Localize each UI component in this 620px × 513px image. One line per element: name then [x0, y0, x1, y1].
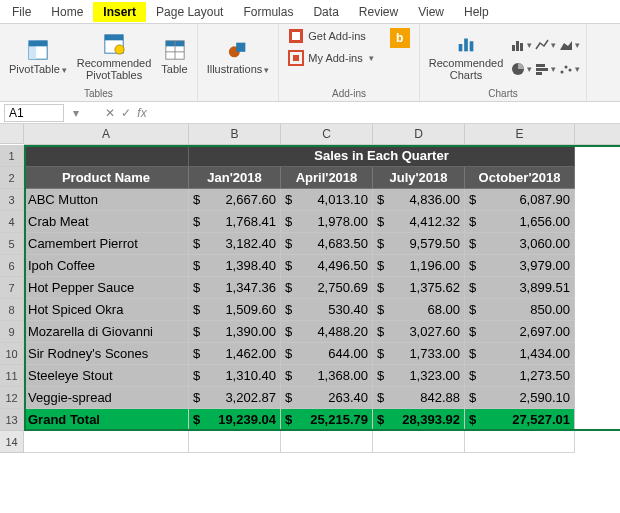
value-cell[interactable]: $68.00	[373, 299, 465, 321]
menu-formulas[interactable]: Formulas	[233, 2, 303, 22]
grand-total-july[interactable]: $28,393.92	[373, 409, 465, 431]
cancel-formula-icon[interactable]: ✕	[102, 106, 118, 120]
value-cell[interactable]: $4,836.00	[373, 189, 465, 211]
row-header-12[interactable]: 12	[0, 387, 23, 409]
recommended-charts-button[interactable]: RecommendedCharts	[426, 31, 507, 83]
area-chart-button[interactable]	[558, 34, 580, 56]
value-cell[interactable]: $3,060.00	[465, 233, 575, 255]
menu-insert[interactable]: Insert	[93, 2, 146, 22]
value-cell[interactable]: $2,590.10	[465, 387, 575, 409]
col-header-b[interactable]: B	[189, 124, 281, 144]
bing-maps-button[interactable]: b	[387, 26, 413, 50]
row-header-9[interactable]: 9	[0, 321, 23, 343]
cell-A14[interactable]	[24, 431, 189, 453]
my-addins-button[interactable]: My Add-ins	[285, 48, 376, 68]
grand-total-label[interactable]: Grand Total	[24, 409, 189, 431]
value-cell[interactable]: $2,750.69	[281, 277, 373, 299]
product-name-cell[interactable]: Steeleye Stout	[24, 365, 189, 387]
row-header-1[interactable]: 1	[0, 145, 23, 167]
value-cell[interactable]: $6,087.90	[465, 189, 575, 211]
value-cell[interactable]: $4,013.10	[281, 189, 373, 211]
value-cell[interactable]: $4,496.50	[281, 255, 373, 277]
column-chart-button[interactable]	[510, 34, 532, 56]
cell-D14[interactable]	[373, 431, 465, 453]
cell-C14[interactable]	[281, 431, 373, 453]
cells-area[interactable]: Sales in Each Quarter Product Name Jan'2…	[24, 145, 620, 453]
cell-B14[interactable]	[189, 431, 281, 453]
col-header-a[interactable]: A	[24, 124, 189, 144]
value-cell[interactable]: $1,310.40	[189, 365, 281, 387]
value-cell[interactable]: $3,202.87	[189, 387, 281, 409]
recommended-pivottables-button[interactable]: RecommendedPivotTables	[74, 31, 155, 83]
value-cell[interactable]: $530.40	[281, 299, 373, 321]
formula-input[interactable]	[150, 105, 620, 121]
value-cell[interactable]: $1,656.00	[465, 211, 575, 233]
value-cell[interactable]: $4,412.32	[373, 211, 465, 233]
col-header-d[interactable]: D	[373, 124, 465, 144]
scatter-chart-button[interactable]	[558, 58, 580, 80]
illustrations-button[interactable]: Illustrations	[204, 37, 273, 78]
product-name-cell[interactable]: Mozarella di Giovanni	[24, 321, 189, 343]
product-name-cell[interactable]: Sir Rodney's Scones	[24, 343, 189, 365]
value-cell[interactable]: $1,196.00	[373, 255, 465, 277]
value-cell[interactable]: $1,347.36	[189, 277, 281, 299]
value-cell[interactable]: $644.00	[281, 343, 373, 365]
row-header-2[interactable]: 2	[0, 167, 23, 189]
row-header-7[interactable]: 7	[0, 277, 23, 299]
col-header-c[interactable]: C	[281, 124, 373, 144]
fx-icon[interactable]: fx	[134, 106, 150, 120]
row-header-13[interactable]: 13	[0, 409, 23, 431]
value-cell[interactable]: $3,979.00	[465, 255, 575, 277]
pivottable-button[interactable]: PivotTable	[6, 37, 70, 78]
value-cell[interactable]: $3,027.60	[373, 321, 465, 343]
value-cell[interactable]: $1,323.00	[373, 365, 465, 387]
product-name-cell[interactable]: Veggie-spread	[24, 387, 189, 409]
row-header-3[interactable]: 3	[0, 189, 23, 211]
product-name-cell[interactable]: Ipoh Coffee	[24, 255, 189, 277]
header-product-name[interactable]: Product Name	[24, 167, 189, 189]
product-name-cell[interactable]: Hot Spiced Okra	[24, 299, 189, 321]
col-header-e[interactable]: E	[465, 124, 575, 144]
header-july[interactable]: July'2018	[373, 167, 465, 189]
line-chart-button[interactable]	[534, 34, 556, 56]
value-cell[interactable]: $1,434.00	[465, 343, 575, 365]
header-october[interactable]: October'2018	[465, 167, 575, 189]
grand-total-october[interactable]: $27,527.01	[465, 409, 575, 431]
value-cell[interactable]: $1,375.62	[373, 277, 465, 299]
value-cell[interactable]: $1,509.60	[189, 299, 281, 321]
menu-help[interactable]: Help	[454, 2, 499, 22]
value-cell[interactable]: $3,182.40	[189, 233, 281, 255]
pie-chart-button[interactable]	[510, 58, 532, 80]
cell-E14[interactable]	[465, 431, 575, 453]
grand-total-jan[interactable]: $19,239.04	[189, 409, 281, 431]
menu-data[interactable]: Data	[303, 2, 348, 22]
header-jan[interactable]: Jan'2018	[189, 167, 281, 189]
get-addins-button[interactable]: Get Add-ins	[285, 26, 376, 46]
value-cell[interactable]: $1,733.00	[373, 343, 465, 365]
menu-home[interactable]: Home	[41, 2, 93, 22]
value-cell[interactable]: $842.88	[373, 387, 465, 409]
value-cell[interactable]: $3,899.51	[465, 277, 575, 299]
product-name-cell[interactable]: Crab Meat	[24, 211, 189, 233]
row-header-4[interactable]: 4	[0, 211, 23, 233]
row-header-6[interactable]: 6	[0, 255, 23, 277]
menu-review[interactable]: Review	[349, 2, 408, 22]
select-all-corner[interactable]	[0, 124, 24, 144]
bar-chart-button[interactable]	[534, 58, 556, 80]
table-title[interactable]: Sales in Each Quarter	[189, 145, 575, 167]
value-cell[interactable]: $2,667.60	[189, 189, 281, 211]
value-cell[interactable]: $1,768.41	[189, 211, 281, 233]
value-cell[interactable]: $1,390.00	[189, 321, 281, 343]
menu-page-layout[interactable]: Page Layout	[146, 2, 233, 22]
menu-view[interactable]: View	[408, 2, 454, 22]
cell-A1[interactable]	[24, 145, 189, 167]
row-header-5[interactable]: 5	[0, 233, 23, 255]
value-cell[interactable]: $1,368.00	[281, 365, 373, 387]
row-header-11[interactable]: 11	[0, 365, 23, 387]
menu-file[interactable]: File	[2, 2, 41, 22]
header-april[interactable]: April'2018	[281, 167, 373, 189]
value-cell[interactable]: $1,462.00	[189, 343, 281, 365]
value-cell[interactable]: $9,579.50	[373, 233, 465, 255]
value-cell[interactable]: $1,273.50	[465, 365, 575, 387]
product-name-cell[interactable]: ABC Mutton	[24, 189, 189, 211]
